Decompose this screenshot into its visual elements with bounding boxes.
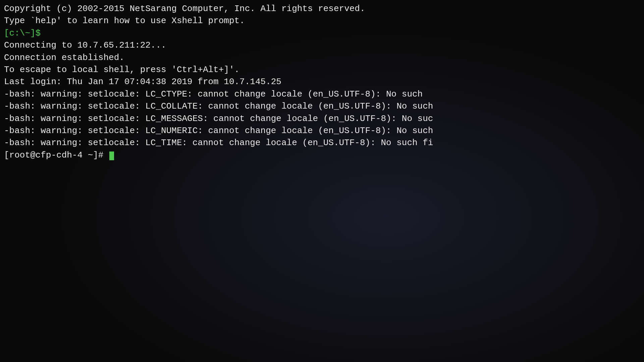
cursor-icon bbox=[109, 152, 114, 160]
connecting-line: Connecting to 10.7.65.211:22... bbox=[4, 39, 640, 51]
bash-warning-collate: -bash: warning: setlocale: LC_COLLATE: c… bbox=[4, 100, 640, 112]
remote-prompt-line[interactable]: [root@cfp-cdh-4 ~]# bbox=[4, 149, 640, 161]
local-prompt: [c:\~]$ bbox=[4, 27, 640, 39]
copyright-line: Copyright (c) 2002-2015 NetSarang Comput… bbox=[4, 3, 640, 15]
help-hint-line: Type `help' to learn how to use Xshell p… bbox=[4, 15, 640, 27]
bash-warning-time: -bash: warning: setlocale: LC_TIME: cann… bbox=[4, 137, 640, 149]
escape-hint-line: To escape to local shell, press 'Ctrl+Al… bbox=[4, 64, 640, 76]
bash-warning-numeric: -bash: warning: setlocale: LC_NUMERIC: c… bbox=[4, 125, 640, 137]
bash-warning-messages: -bash: warning: setlocale: LC_MESSAGES: … bbox=[4, 113, 640, 125]
bash-warning-ctype: -bash: warning: setlocale: LC_CTYPE: can… bbox=[4, 88, 640, 100]
terminal-screen[interactable]: Copyright (c) 2002-2015 NetSarang Comput… bbox=[4, 3, 640, 359]
remote-prompt: [root@cfp-cdh-4 ~]# bbox=[4, 150, 109, 160]
connection-established-line: Connection established. bbox=[4, 52, 640, 64]
last-login-line: Last login: Thu Jan 17 07:04:38 2019 fro… bbox=[4, 76, 640, 88]
